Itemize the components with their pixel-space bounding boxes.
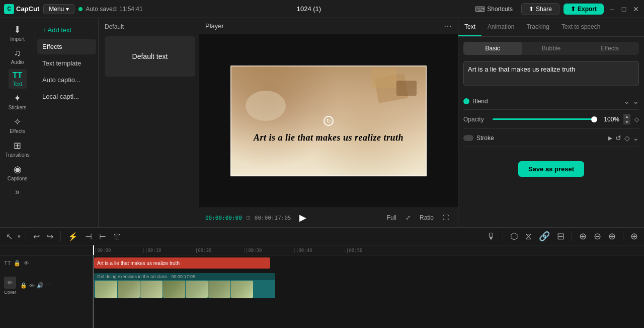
sub-tab-basic[interactable]: Basic (463, 42, 522, 55)
ruler-mark-5: |00:50 (345, 248, 395, 253)
cover-button[interactable]: ✏ Cover (4, 277, 16, 295)
text-input[interactable] (463, 61, 639, 86)
player-menu-icon[interactable]: ⋯ (444, 21, 452, 31)
opacity-slider[interactable] (493, 118, 597, 120)
share-button[interactable]: ⬆ Share (521, 3, 559, 15)
video-thumb-3 (140, 281, 163, 298)
opacity-spinners: ▲ ▼ (623, 114, 630, 124)
ruler-mark-1: |00:10 (143, 248, 194, 253)
delete-button[interactable]: 🗑 (111, 231, 123, 242)
video-clip-thumbnails (94, 280, 275, 298)
sub-tab-bubble[interactable]: Bubble (522, 42, 580, 55)
clip-connect-button[interactable]: ⬡ (508, 230, 520, 243)
video-thumb-4 (163, 281, 185, 298)
blend-dot (463, 98, 469, 104)
shortcuts-button[interactable]: ⌨ Shortcuts (475, 5, 513, 13)
video-track-more-icon[interactable]: ⋯ (46, 282, 51, 289)
local-caption-menu-item[interactable]: Local capti... (37, 89, 96, 104)
ruler-mark-0: |00:00 (93, 248, 143, 253)
audio-track-button[interactable]: ⊖ (592, 230, 603, 243)
ratio-button[interactable]: Ratio (417, 213, 437, 222)
stroke-toggle[interactable] (463, 135, 473, 141)
tab-tracking[interactable]: Tracking (520, 18, 555, 36)
opacity-up-button[interactable]: ▲ (623, 114, 630, 119)
autosave-status: Auto saved: 11:54:41 (78, 6, 142, 13)
stroke-expand-icon[interactable]: ▸ (608, 133, 612, 143)
text-track-icon: TT (4, 260, 11, 266)
video-clip-header: Girl doing exercises in the art class 00… (94, 273, 275, 280)
project-id: 1024 (1) (297, 5, 321, 13)
opacity-value: 100% (601, 116, 619, 123)
default-text-card[interactable]: Default text (105, 36, 195, 77)
tool-stickers[interactable]: ✦ Stickers (6, 91, 30, 112)
redo-button[interactable]: ↪ (45, 231, 55, 242)
select-tool-button[interactable]: ↖ (4, 231, 15, 242)
more-tools-button[interactable]: » (13, 185, 22, 199)
video-thumb-2 (118, 281, 140, 298)
video-track-eye-icon[interactable]: 👁 (29, 283, 35, 289)
expand-button[interactable]: ⛶ (440, 213, 452, 222)
trim-left-button[interactable]: ⊣ (83, 231, 94, 242)
text-track-lock-icon[interactable]: 🔒 (14, 260, 21, 267)
blend-expand-icon[interactable]: ⌄ (624, 97, 630, 105)
save-preset-button[interactable]: Save as preset (518, 161, 584, 177)
more-options-button[interactable]: ⊕ (606, 230, 618, 243)
trim-right-button[interactable]: ⊢ (97, 231, 108, 242)
stroke-options-icon[interactable]: ◇ (624, 134, 630, 142)
tool-audio[interactable]: ♫ Audio (8, 46, 27, 67)
video-track-lock-icon[interactable]: 🔒 (20, 282, 27, 289)
microphone-button[interactable]: 🎙 (485, 230, 498, 243)
tool-import[interactable]: ⬇ Import (7, 22, 27, 44)
text-track-eye-icon[interactable]: 👁 (24, 260, 29, 266)
stroke-reset-icon[interactable]: ↺ (615, 134, 621, 142)
ruler: |00:00 |00:10 |00:20 |00:30 |00:40 |00:5… (93, 248, 395, 253)
add-text-button[interactable]: + Add text (37, 22, 96, 38)
stroke-more-icon[interactable]: ⌄ (633, 134, 639, 142)
logo-icon: C (4, 4, 14, 14)
menu-button[interactable]: Menu ▾ (43, 4, 74, 14)
sub-tab-effects[interactable]: Effects (581, 42, 639, 55)
export-button[interactable]: ⬆ Export (564, 4, 604, 15)
undo-button[interactable]: ↩ (31, 231, 42, 242)
ruler-mark-2: |00:20 (194, 248, 244, 253)
split-button[interactable]: ⚡ (66, 231, 80, 242)
split-track-button[interactable]: ⊟ (555, 230, 567, 243)
blend-options-icon[interactable]: ⌄ (633, 97, 639, 105)
video-thumb-5 (186, 281, 208, 298)
tab-tts[interactable]: Text to speech (555, 18, 606, 36)
maximize-button[interactable]: □ (620, 5, 628, 13)
zoom-in-button[interactable]: ⊕ (628, 230, 640, 243)
import-icon: ⬇ (14, 24, 21, 35)
fullscreen-button[interactable]: Full (384, 213, 399, 222)
opacity-down-button[interactable]: ▼ (623, 119, 630, 124)
link-button[interactable]: 🔗 (537, 230, 552, 243)
stroke-icons: ↺ ◇ ⌄ (615, 134, 639, 142)
tab-text[interactable]: Text (458, 18, 481, 36)
keyframe-button[interactable]: ⧖ (523, 230, 534, 243)
effects-menu-item[interactable]: Effects (37, 39, 96, 54)
tool-effects[interactable]: ✧ Effects (7, 114, 28, 136)
close-button[interactable]: ✕ (632, 5, 640, 13)
video-clip[interactable]: Girl doing exercises in the art class 00… (94, 273, 275, 298)
video-track-audio-icon[interactable]: 🔊 (37, 282, 44, 289)
opacity-diamond-icon[interactable]: ◇ (634, 116, 639, 123)
fit-button[interactable]: ⤢ (403, 213, 414, 222)
video-text-overlay[interactable]: Art is a lie that makes us realize truth (254, 133, 404, 143)
play-button[interactable]: ▶ (295, 211, 310, 224)
select-dropdown[interactable]: ▾ (18, 233, 21, 240)
tool-transitions[interactable]: ⊞ Transitions (2, 138, 33, 160)
speed-button[interactable]: ⊕ (577, 230, 589, 243)
tool-text[interactable]: TT Text (9, 69, 27, 89)
tool-captions[interactable]: ◉ Captions (5, 162, 30, 183)
tab-animation[interactable]: Animation (481, 18, 520, 36)
minimize-button[interactable]: – (608, 5, 616, 13)
text-clip[interactable]: Art is a lie that makes us realize truth (94, 257, 270, 269)
text-template-menu-item[interactable]: Text template (37, 55, 96, 71)
transitions-icon: ⊞ (14, 140, 21, 151)
stickers-icon: ✦ (14, 93, 21, 104)
rotate-handle[interactable]: ↻ (324, 116, 334, 126)
effects-icon: ✧ (14, 116, 21, 127)
blend-icons: ⌄ ⌄ (624, 97, 639, 105)
auto-caption-menu-item[interactable]: Auto captio... (37, 72, 96, 88)
timeline-toolbar: ↖ ▾ ↩ ↪ ⚡ ⊣ ⊢ 🗑 🎙 ⬡ ⧖ 🔗 ⊟ ⊕ ⊖ ⊕ ⊕ (0, 228, 644, 245)
